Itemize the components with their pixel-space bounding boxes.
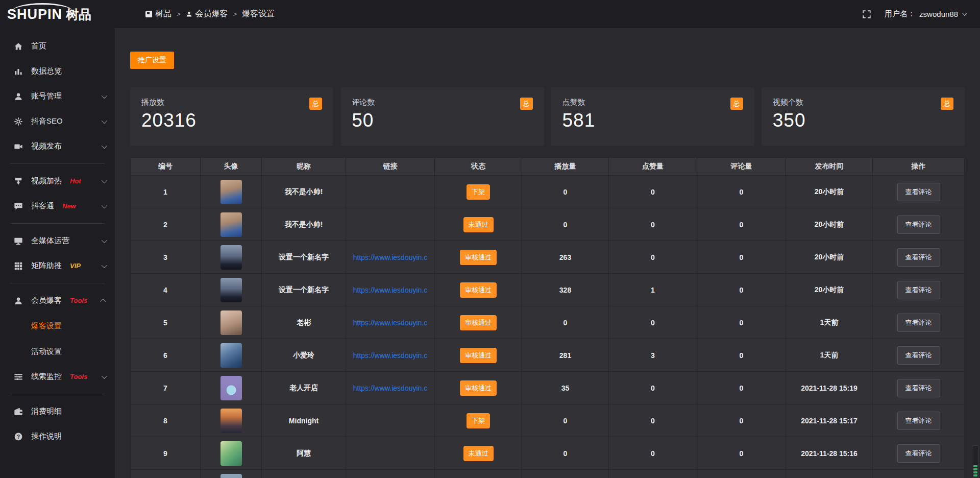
view-comments-button[interactable]: 查看评论 (897, 248, 940, 267)
breadcrumb-separator: > (177, 10, 181, 18)
view-comments-button[interactable]: 查看评论 (897, 379, 940, 397)
home-icon (14, 42, 23, 51)
sidebar-subitem-activity-settings[interactable]: 活动设置 (0, 339, 115, 364)
sidebar-item-video-heat[interactable]: 视频加热 Hot (0, 169, 115, 194)
stat-value: 350 (773, 110, 953, 131)
status-badge: 下架 (467, 184, 490, 200)
row-comments: 0 (697, 437, 786, 470)
row-plays: 328 (522, 274, 609, 306)
hot-tag: Hot (70, 177, 81, 185)
table-row: 6 小爱玲 https://www.iesdouyin.c 审核通过 281 3… (131, 339, 965, 372)
chevron-down-icon (102, 92, 107, 98)
row-link[interactable]: https://www.iesdouyin.c (353, 253, 428, 261)
row-time: 20小时前 (786, 208, 873, 241)
sidebar-item-all-media[interactable]: 全媒体运营 (0, 228, 115, 253)
status-badge: 审核通过 (460, 250, 497, 265)
promo-settings-button[interactable]: 推广设置 (130, 52, 174, 69)
row-comments: 0 (697, 372, 786, 404)
row-nickname: Midnight (262, 404, 346, 437)
grid-icon (14, 261, 23, 271)
chat-bubble-icon (14, 202, 23, 211)
row-likes: 0 (609, 241, 697, 274)
sidebar-item-help[interactable]: ? 操作说明 (0, 424, 115, 449)
widget-bar (973, 465, 977, 467)
row-link[interactable]: https://www.iesdouyin.c (353, 384, 428, 392)
divider (10, 163, 105, 164)
video-table: 编号 头像 昵称 链接 状态 播放量 点赞量 评论量 发布时间 操作 1 我不是… (130, 157, 965, 478)
view-comments-button[interactable]: 查看评论 (897, 412, 940, 430)
sidebar-item-label: 抖客通 (31, 201, 54, 211)
sidebar-item-doketong[interactable]: 抖客通 New (0, 194, 115, 219)
row-link[interactable]: https://www.iesdouyin.c (353, 319, 428, 327)
table-row: 1 我不是小帅! 下架 0 0 0 20小时前 查看评论 (131, 176, 965, 208)
breadcrumb-item-member-baoke[interactable]: 会员爆客 (186, 9, 228, 19)
stat-card-comments: 评论数 50 总 (340, 87, 544, 146)
col-header-link: 链接 (346, 158, 435, 176)
sidebar-item-douyin-seo[interactable]: 抖音SEO (0, 109, 115, 134)
stat-label: 视频个数 (773, 98, 953, 107)
sidebar-item-data-overview[interactable]: 数据总览 (0, 59, 115, 84)
sidebar-item-matrix-boost[interactable]: 矩阵助推 VIP (0, 253, 115, 278)
table-header-row: 编号 头像 昵称 链接 状态 播放量 点赞量 评论量 发布时间 操作 (131, 158, 965, 176)
user-menu[interactable]: 用户名：zswodun88 (885, 9, 966, 19)
fullscreen-icon[interactable] (862, 10, 871, 19)
view-comments-button[interactable]: 查看评论 (897, 183, 940, 201)
row-time (786, 470, 873, 478)
gear-icon (14, 117, 23, 126)
chevron-down-icon (102, 237, 107, 243)
row-nickname: 设置一个新名字 (262, 241, 346, 274)
sidebar-item-consumption-detail[interactable]: 消费明细 (0, 399, 115, 424)
view-comments-button[interactable]: 查看评论 (897, 346, 940, 365)
row-likes: 0 (609, 306, 697, 339)
sidebar-item-clue-monitor[interactable]: 线索监控 Tools (0, 364, 115, 389)
bar-chart-icon (14, 67, 23, 76)
table-row: 3 设置一个新名字 https://www.iesdouyin.c 审核通过 2… (131, 241, 965, 274)
row-time: 2021-11-28 15:16 (786, 437, 873, 470)
view-comments-button[interactable]: 查看评论 (897, 216, 940, 234)
row-nickname: 小爱玲 (262, 339, 346, 372)
row-plays: 0 (522, 437, 609, 470)
view-comments-button[interactable]: 查看评论 (897, 444, 940, 463)
row-link[interactable]: https://www.iesdouyin.c (353, 286, 428, 294)
row-link[interactable]: https://www.iesdouyin.c (353, 351, 428, 360)
row-time: 20小时前 (786, 274, 873, 306)
status-badge: 下架 (467, 413, 490, 428)
sidebar-item-video-publish[interactable]: 视频发布 (0, 134, 115, 159)
col-header-nickname: 昵称 (262, 158, 346, 176)
row-plays: 0 (522, 404, 609, 437)
breadcrumb-item-shupin[interactable]: 树品 (145, 9, 172, 19)
new-tag: New (62, 202, 76, 210)
row-comments: 0 (697, 339, 786, 372)
stat-label: 播放数 (141, 98, 322, 107)
row-comments: 0 (697, 208, 786, 241)
sidebar-item-account-mgmt[interactable]: 账号管理 (0, 84, 115, 109)
sidebar-subitem-label: 活动设置 (31, 347, 62, 356)
chevron-down-icon (102, 202, 107, 208)
sidebar-item-label: 首页 (31, 41, 46, 51)
breadcrumb-item-baoke-settings[interactable]: 爆客设置 (242, 9, 275, 19)
row-plays: 0 (522, 176, 609, 208)
view-comments-button[interactable]: 查看评论 (897, 281, 940, 299)
sidebar-item-member-baoke[interactable]: 会员爆客 Tools (0, 288, 115, 313)
row-comments: 0 (697, 176, 786, 208)
row-plays: 263 (522, 241, 609, 274)
table-row: 8 Midnight 下架 0 0 0 2021-11-28 15:17 查看评… (131, 404, 965, 437)
avatar (220, 343, 242, 368)
chevron-up-icon (100, 298, 106, 304)
row-plays (522, 470, 609, 478)
row-id: 8 (131, 404, 201, 437)
col-header-action: 操作 (873, 158, 965, 176)
sidebar-item-home[interactable]: 首页 (0, 34, 115, 59)
sidebar-subitem-baoke-settings[interactable]: 爆客设置 (0, 313, 115, 339)
row-id: 4 (131, 274, 201, 306)
view-comments-button[interactable]: 查看评论 (897, 314, 940, 332)
row-plays: 0 (522, 208, 609, 241)
breadcrumb-separator: > (233, 10, 237, 18)
row-id: 1 (131, 176, 201, 208)
table-row: 7 老人开店 https://www.iesdouyin.c 审核通过 35 0… (131, 372, 965, 404)
username-prefix: 用户名： (885, 9, 915, 19)
sidebar-item-label: 操作说明 (31, 432, 62, 441)
floating-widget[interactable] (972, 445, 979, 478)
chevron-down-icon (102, 262, 107, 268)
table-row: 9 阿慧 未通过 0 0 0 2021-11-28 15:16 查看评论 (131, 437, 965, 470)
